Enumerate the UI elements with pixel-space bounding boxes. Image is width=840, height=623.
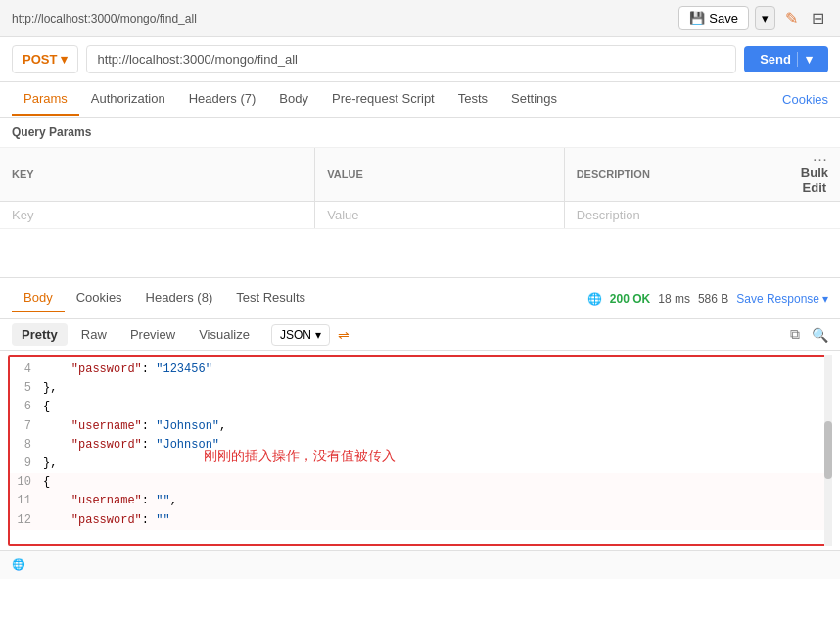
body-view-bar: Pretty Raw Preview Visualize JSON ▾ ⇌ ⧉ … xyxy=(0,319,840,351)
tab-authorization[interactable]: Authorization xyxy=(79,83,177,116)
value-placeholder: Value xyxy=(327,208,358,222)
description-placeholder: Description xyxy=(577,208,640,222)
spacer xyxy=(0,229,840,278)
json-content[interactable]: 4 "password": "123456" 5 }, 6 { 7 "usern… xyxy=(8,355,832,546)
json-line-4: 4 "password": "123456" xyxy=(10,360,830,379)
edit-icon-button[interactable]: ✎ xyxy=(781,5,802,31)
col-description: DESCRIPTION xyxy=(564,148,789,202)
search-icon[interactable]: 🔍 xyxy=(812,327,828,343)
title-bar: http://localhost:3000/mongo/find_all 💾 S… xyxy=(0,0,840,37)
params-table: KEY VALUE DESCRIPTION ··· Bulk Edit Key … xyxy=(0,148,840,229)
resp-tab-cookies[interactable]: Cookies xyxy=(65,284,134,312)
view-tab-pretty[interactable]: Pretty xyxy=(12,323,68,346)
method-label: POST xyxy=(23,52,57,67)
json-line-7: 7 "username": "Johnson", xyxy=(10,417,830,436)
globe-icon: 🌐 xyxy=(587,292,602,306)
resp-tab-body[interactable]: Body xyxy=(12,284,65,312)
json-container: 4 "password": "123456" 5 }, 6 { 7 "usern… xyxy=(8,355,832,546)
format-select[interactable]: JSON ▾ xyxy=(271,324,330,346)
view-tab-preview[interactable]: Preview xyxy=(120,323,185,346)
method-arrow: ▾ xyxy=(61,52,68,67)
send-button[interactable]: Send ▾ xyxy=(744,46,828,72)
scrollbar-thumb[interactable] xyxy=(824,421,832,479)
url-input[interactable] xyxy=(86,45,736,73)
format-arrow: ▾ xyxy=(315,328,321,342)
json-line-9: 9 }, xyxy=(10,455,830,473)
save-dropdown-button[interactable]: ▾ xyxy=(755,6,775,30)
save-response-button[interactable]: Save Response ▾ xyxy=(736,292,828,306)
key-placeholder: Key xyxy=(12,208,33,222)
status-code: 200 OK xyxy=(610,292,650,306)
json-line-12: 12 "password": "" xyxy=(10,511,830,530)
request-tabs: Params Authorization Headers (7) Body Pr… xyxy=(0,82,840,118)
save-button[interactable]: 💾 Save xyxy=(678,6,749,30)
bottom-bar: 🌐 xyxy=(0,550,840,579)
tab-headers[interactable]: Headers (7) xyxy=(177,83,268,116)
format-label: JSON xyxy=(280,328,311,342)
response-size: 586 B xyxy=(698,292,728,306)
tab-settings[interactable]: Settings xyxy=(499,83,569,116)
response-bar: Body Cookies Headers (8) Test Results 🌐 … xyxy=(0,278,840,319)
doc-icon-button[interactable]: ⊟ xyxy=(808,5,828,31)
globe-icon-bottom: 🌐 xyxy=(12,558,25,571)
send-label: Send xyxy=(760,52,791,67)
json-line-11: 11 "username": "", xyxy=(10,492,830,510)
tab-tests[interactable]: Tests xyxy=(446,83,499,116)
save-icon: 💾 xyxy=(689,11,705,25)
response-time: 18 ms xyxy=(658,292,690,306)
col-key: KEY xyxy=(0,148,315,202)
copy-icon[interactable]: ⧉ xyxy=(790,326,800,343)
resp-tab-headers[interactable]: Headers (8) xyxy=(134,284,225,312)
send-arrow: ▾ xyxy=(797,52,813,67)
col-value: VALUE xyxy=(315,148,564,202)
query-params-label: Query Params xyxy=(0,118,840,148)
tab-params[interactable]: Params xyxy=(12,83,79,116)
params-row-empty: Key Value Description xyxy=(0,202,840,229)
filter-icon[interactable]: ⇌ xyxy=(338,327,350,343)
col-bulk-actions: ··· Bulk Edit xyxy=(789,148,840,202)
view-tab-visualize[interactable]: Visualize xyxy=(189,323,259,346)
tab-body[interactable]: Body xyxy=(267,83,320,116)
scrollbar-track[interactable] xyxy=(824,355,832,546)
json-line-8: 8 "password": "Johnson" xyxy=(10,436,830,455)
dots-icon: ··· xyxy=(814,154,828,166)
save-label: Save xyxy=(709,11,738,25)
method-select[interactable]: POST ▾ xyxy=(12,45,78,73)
tab-prerequest[interactable]: Pre-request Script xyxy=(320,83,446,116)
title-actions: 💾 Save ▾ ✎ ⊟ xyxy=(678,5,828,31)
tab-cookies[interactable]: Cookies xyxy=(782,92,828,107)
json-line-6: 6 { xyxy=(10,398,830,416)
annotation: 刚刚的插入操作，没有值被传入 xyxy=(204,448,396,465)
bulk-edit-button[interactable]: Bulk Edit xyxy=(801,166,828,195)
request-bar: POST ▾ Send ▾ xyxy=(0,37,840,82)
resp-status: 🌐 200 OK 18 ms 586 B Save Response ▾ xyxy=(587,292,828,306)
resp-tab-test-results[interactable]: Test Results xyxy=(224,284,317,312)
title-url: http://localhost:3000/mongo/find_all xyxy=(12,12,197,25)
json-line-5: 5 }, xyxy=(10,379,830,398)
json-line-10: 10 { xyxy=(10,473,830,492)
view-tab-raw[interactable]: Raw xyxy=(71,323,117,346)
